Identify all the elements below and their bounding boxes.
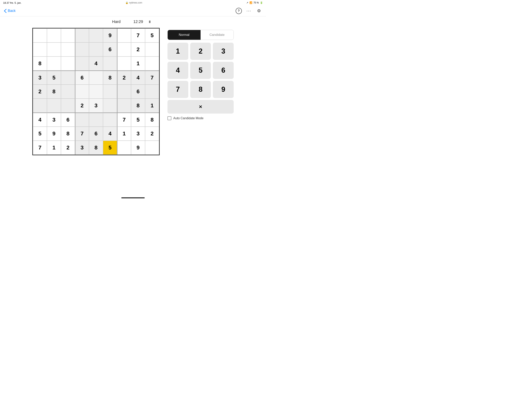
num-button-8[interactable]: 8 xyxy=(190,81,211,98)
cell[interactable] xyxy=(117,99,131,113)
back-button[interactable]: Back xyxy=(4,9,16,13)
cell[interactable] xyxy=(145,141,159,155)
cell[interactable] xyxy=(75,84,89,99)
cell[interactable] xyxy=(75,42,89,57)
cell[interactable]: 1 xyxy=(131,57,145,71)
cell[interactable] xyxy=(61,57,75,71)
cell[interactable]: 6 xyxy=(61,113,75,127)
cell[interactable] xyxy=(75,113,89,127)
cell[interactable]: 7 xyxy=(75,127,89,141)
sudoku-board[interactable]: 9756284135682472862381436758598764132712… xyxy=(32,28,160,155)
settings-button[interactable]: ⚙ xyxy=(256,8,262,14)
delete-button[interactable]: × xyxy=(167,100,234,114)
cell[interactable]: 7 xyxy=(131,28,145,42)
cell[interactable]: 5 xyxy=(103,141,117,155)
cell[interactable] xyxy=(61,42,75,57)
cell[interactable]: 7 xyxy=(33,141,47,155)
cell[interactable]: 6 xyxy=(89,127,103,141)
cell[interactable]: 8 xyxy=(103,71,117,84)
cell[interactable] xyxy=(117,141,131,155)
cell[interactable]: 6 xyxy=(75,71,89,84)
cell[interactable] xyxy=(117,42,131,57)
cell[interactable] xyxy=(103,57,117,71)
cell[interactable]: 8 xyxy=(33,57,47,71)
cell[interactable]: 3 xyxy=(33,71,47,84)
cell[interactable] xyxy=(103,84,117,99)
cell[interactable] xyxy=(89,42,103,57)
cell[interactable] xyxy=(75,57,89,71)
cell[interactable]: 9 xyxy=(103,28,117,42)
cell[interactable]: 1 xyxy=(145,99,159,113)
cell[interactable]: 3 xyxy=(89,99,103,113)
cell[interactable]: 9 xyxy=(47,127,61,141)
num-button-2[interactable]: 2 xyxy=(190,43,211,60)
num-button-6[interactable]: 6 xyxy=(213,62,234,79)
cell[interactable]: 7 xyxy=(117,113,131,127)
cell[interactable]: 6 xyxy=(131,84,145,99)
cell[interactable] xyxy=(47,28,61,42)
help-button[interactable]: ? xyxy=(236,8,242,14)
cell[interactable] xyxy=(33,42,47,57)
cell[interactable] xyxy=(145,84,159,99)
pause-icon[interactable]: ⏸ xyxy=(148,20,152,24)
cell[interactable] xyxy=(145,42,159,57)
cell[interactable] xyxy=(33,28,47,42)
cell[interactable] xyxy=(61,28,75,42)
num-button-4[interactable]: 4 xyxy=(167,62,188,79)
cell[interactable] xyxy=(61,71,75,84)
cell[interactable] xyxy=(103,113,117,127)
num-button-1[interactable]: 1 xyxy=(167,43,188,60)
cell[interactable]: 3 xyxy=(131,127,145,141)
num-button-9[interactable]: 9 xyxy=(213,81,234,98)
cell[interactable]: 1 xyxy=(47,141,61,155)
cell[interactable]: 4 xyxy=(89,57,103,71)
cell[interactable] xyxy=(61,84,75,99)
cell[interactable]: 5 xyxy=(47,71,61,84)
cell[interactable]: 9 xyxy=(131,141,145,155)
cell[interactable]: 8 xyxy=(89,141,103,155)
cell[interactable]: 4 xyxy=(131,71,145,84)
cell[interactable]: 4 xyxy=(33,113,47,127)
cell[interactable] xyxy=(145,57,159,71)
cell[interactable] xyxy=(47,99,61,113)
cell[interactable] xyxy=(47,57,61,71)
cell[interactable] xyxy=(89,113,103,127)
auto-candidate-checkbox[interactable] xyxy=(167,116,171,120)
cell[interactable]: 3 xyxy=(75,141,89,155)
cell[interactable]: 5 xyxy=(131,113,145,127)
cell[interactable]: 5 xyxy=(33,127,47,141)
cell[interactable] xyxy=(89,28,103,42)
cell[interactable]: 2 xyxy=(33,84,47,99)
cell[interactable]: 8 xyxy=(131,99,145,113)
cell[interactable]: 2 xyxy=(131,42,145,57)
cell[interactable] xyxy=(75,28,89,42)
cell[interactable] xyxy=(117,28,131,42)
cell[interactable]: 5 xyxy=(145,28,159,42)
cell[interactable] xyxy=(103,99,117,113)
normal-mode-button[interactable]: Normal xyxy=(168,30,201,40)
cell[interactable] xyxy=(117,57,131,71)
cell[interactable]: 8 xyxy=(145,113,159,127)
cell[interactable]: 2 xyxy=(75,99,89,113)
more-button[interactable]: ··· xyxy=(246,8,252,14)
cell[interactable]: 3 xyxy=(47,113,61,127)
cell[interactable] xyxy=(61,99,75,113)
cell[interactable]: 2 xyxy=(61,141,75,155)
cell[interactable] xyxy=(89,84,103,99)
cell[interactable]: 4 xyxy=(103,127,117,141)
cell[interactable] xyxy=(47,42,61,57)
cell[interactable]: 2 xyxy=(117,71,131,84)
num-button-3[interactable]: 3 xyxy=(213,43,234,60)
cell[interactable] xyxy=(89,71,103,84)
cell[interactable]: 2 xyxy=(145,127,159,141)
num-button-5[interactable]: 5 xyxy=(190,62,211,79)
candidate-mode-button[interactable]: Candidate xyxy=(201,30,234,40)
cell[interactable]: 1 xyxy=(117,127,131,141)
cell[interactable]: 8 xyxy=(47,84,61,99)
cell[interactable]: 7 xyxy=(145,71,159,84)
cell[interactable] xyxy=(33,99,47,113)
num-button-7[interactable]: 7 xyxy=(167,81,188,98)
cell[interactable] xyxy=(117,84,131,99)
cell[interactable]: 8 xyxy=(61,127,75,141)
cell[interactable]: 6 xyxy=(103,42,117,57)
